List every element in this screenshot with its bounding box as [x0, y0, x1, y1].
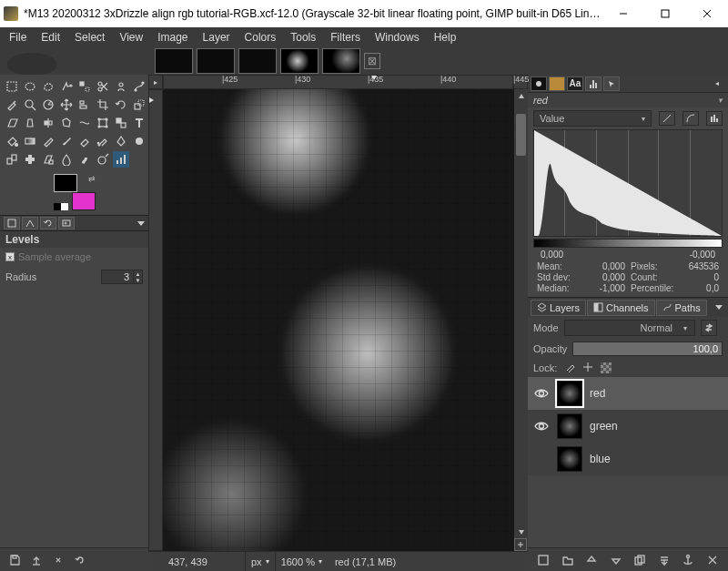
tool-by-color-select[interactable] — [76, 78, 93, 95]
image-tab-3[interactable] — [238, 48, 277, 74]
swap-colors-icon[interactable]: ⇄ — [88, 174, 96, 183]
menu-layer[interactable]: Layer — [196, 28, 238, 46]
histogram-plot[interactable] — [533, 129, 723, 237]
new-layer-group-icon[interactable] — [560, 552, 576, 568]
tool-paintbrush[interactable] — [58, 133, 75, 149]
window-maximize[interactable] — [644, 0, 686, 27]
layer-row-red[interactable]: red — [528, 377, 728, 410]
tool-ink[interactable] — [113, 133, 129, 149]
delete-preset-icon[interactable] — [51, 553, 66, 567]
histogram-scale-combo[interactable]: Value▾ — [533, 110, 652, 127]
radius-up-icon[interactable]: ▲ — [133, 270, 142, 277]
tool-fuzzy-select[interactable] — [58, 78, 75, 95]
reset-preset-icon[interactable] — [73, 553, 87, 567]
visibility-toggle-red[interactable] — [533, 388, 550, 399]
tool-align[interactable] — [76, 97, 93, 113]
tool-ellipse-select[interactable] — [22, 78, 38, 95]
restore-preset-icon[interactable] — [29, 553, 44, 567]
menu-select[interactable]: Select — [67, 28, 112, 46]
layer-name-green[interactable]: green — [590, 420, 618, 433]
canvas-navigator-icon[interactable] — [514, 538, 527, 551]
tool-color-picker[interactable] — [4, 97, 20, 113]
image-tab-1[interactable] — [155, 48, 193, 74]
tab-paths[interactable]: Paths — [656, 300, 707, 316]
lock-pixels-icon[interactable] — [564, 362, 575, 374]
dock-tab-device-status[interactable] — [22, 217, 38, 229]
layer-row-green[interactable]: green — [528, 410, 728, 443]
mode-combo[interactable]: Normal▾ — [564, 320, 695, 336]
menu-file[interactable]: File — [2, 28, 34, 46]
tool-scale[interactable] — [131, 97, 147, 113]
image-tab-close[interactable]: ⊠ — [364, 53, 380, 69]
tab-brushes-icon[interactable] — [531, 76, 547, 91]
layer-row-blue[interactable]: blue — [528, 443, 728, 475]
dock-tab-tool-options[interactable] — [4, 217, 20, 229]
scroll-thumb-v[interactable] — [516, 114, 526, 156]
layers-dock-menu-icon[interactable] — [715, 305, 723, 310]
scroll-up-icon[interactable] — [514, 89, 528, 103]
zoom-combo[interactable]: 1600 %▾ — [275, 552, 328, 571]
histogram-rgb-icon[interactable] — [706, 111, 723, 126]
menu-view[interactable]: View — [112, 28, 150, 46]
sample-average-checkbox[interactable]: x — [5, 252, 15, 261]
tool-unified-transform[interactable] — [95, 115, 111, 131]
lock-position-icon[interactable] — [582, 362, 593, 374]
histogram-linear-icon[interactable] — [659, 111, 675, 126]
new-layer-icon[interactable] — [535, 552, 551, 568]
menu-image[interactable]: Image — [150, 28, 195, 46]
tool-flip[interactable] — [40, 115, 56, 131]
tab-fonts-icon[interactable]: Aa — [567, 76, 583, 91]
tool-cage[interactable] — [58, 115, 75, 131]
tool-dodge-burn[interactable] — [95, 151, 111, 168]
tool-zoom[interactable] — [22, 97, 38, 113]
foreground-color[interactable] — [54, 174, 77, 192]
menu-edit[interactable]: Edit — [34, 28, 67, 46]
merge-down-icon[interactable] — [656, 552, 672, 568]
radius-down-icon[interactable]: ▼ — [133, 277, 142, 283]
raise-layer-icon[interactable] — [583, 552, 600, 568]
dock-tab-images[interactable] — [58, 217, 75, 229]
menu-windows[interactable]: Windows — [368, 28, 427, 46]
opacity-slider[interactable]: 100,0 — [572, 342, 723, 356]
dock-menu-icon[interactable] — [137, 221, 145, 226]
menu-help[interactable]: Help — [427, 28, 464, 46]
lock-alpha-icon[interactable] — [601, 362, 612, 373]
dock-tab-undo-history[interactable] — [40, 217, 56, 229]
tool-foreground-select[interactable] — [113, 78, 129, 95]
tool-bucket-fill[interactable] — [4, 133, 20, 149]
menu-colors[interactable]: Colors — [238, 28, 284, 46]
tool-free-select[interactable] — [40, 78, 56, 95]
default-colors-icon[interactable] — [54, 203, 68, 210]
tool-rotate[interactable] — [113, 97, 129, 113]
tab-pointer-icon[interactable] — [603, 76, 620, 91]
tool-paths[interactable] — [131, 78, 147, 95]
image-tab-2[interactable] — [197, 48, 235, 74]
tool-pencil[interactable] — [40, 133, 56, 149]
tool-handle-transform[interactable] — [113, 115, 129, 131]
sample-average-row[interactable]: x Sample average — [5, 251, 143, 262]
tool-gradient[interactable] — [22, 133, 38, 149]
vertical-ruler[interactable] — [148, 89, 163, 551]
anchor-layer-icon[interactable] — [680, 552, 696, 568]
radius-value[interactable]: 3 — [102, 270, 133, 283]
right-dock-menu-icon[interactable]: ◂ — [709, 76, 725, 91]
tool-measure[interactable] — [40, 97, 56, 113]
tool-move[interactable] — [58, 97, 75, 113]
tool-airbrush[interactable] — [95, 133, 111, 149]
tool-mypaint-brush[interactable] — [131, 133, 147, 149]
tab-channels[interactable]: Channels — [587, 300, 654, 316]
vertical-scrollbar[interactable] — [514, 89, 528, 551]
channel-menu-icon[interactable]: ▾ — [718, 96, 723, 105]
tool-crop[interactable] — [95, 97, 111, 113]
tool-levels[interactable] — [113, 151, 129, 168]
menu-filters[interactable]: Filters — [323, 28, 368, 46]
tool-warp[interactable] — [76, 115, 93, 131]
image-tab-4[interactable] — [280, 48, 318, 74]
tool-heal[interactable] — [22, 151, 38, 168]
tool-scissors[interactable] — [95, 78, 111, 95]
tool-blur-sharpen[interactable] — [58, 151, 75, 168]
tool-perspective-clone[interactable] — [40, 151, 56, 168]
scroll-down-icon[interactable] — [514, 525, 528, 538]
tab-histogram-icon[interactable] — [585, 76, 602, 91]
tab-patterns-icon[interactable] — [549, 76, 565, 91]
